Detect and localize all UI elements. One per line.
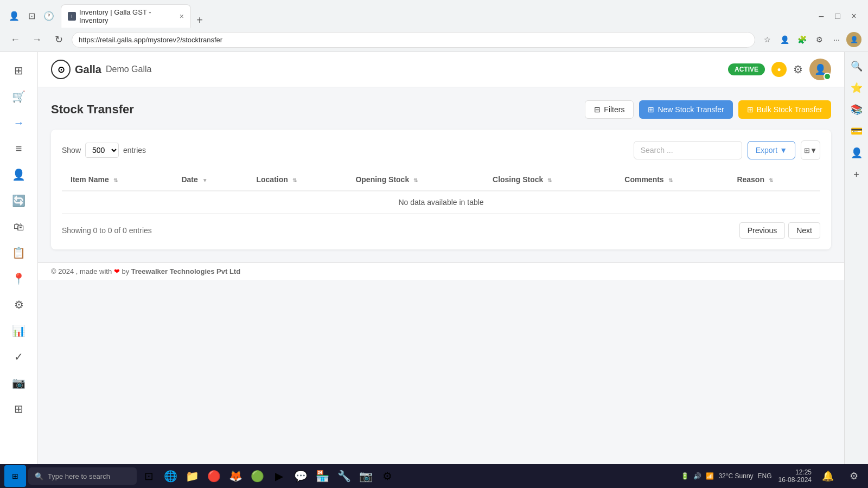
sidebar-item-camera[interactable]: 📷 [7, 371, 31, 395]
grid-view-button[interactable]: ⊞ ▼ [801, 140, 820, 160]
new-tab-button[interactable]: + [192, 12, 207, 28]
user-avatar[interactable]: 👤 [809, 59, 831, 80]
column-comments[interactable]: Comments ⇅ [616, 169, 728, 191]
right-wallet-icon[interactable]: 💳 [847, 121, 866, 141]
main-content: ⊙ Galla Demo Galla ACTIVE ● ⚙ 👤 Stock Tr… [38, 52, 844, 488]
entries-select[interactable]: 500 100 50 25 [85, 143, 119, 158]
column-reason-label: Reason [737, 175, 764, 184]
sidebar-item-location[interactable]: 📍 [7, 267, 31, 291]
search-input[interactable] [634, 141, 742, 159]
browser-chrome: 👤 ⊡ 🕐 I Inventory | Galla GST - Inventor… [0, 0, 868, 52]
right-sidebar: 🔍 ⭐ 📚 💳 👤 + [844, 52, 868, 488]
profile-button[interactable]: 👤 [7, 9, 22, 24]
right-favorites-icon[interactable]: ⭐ [847, 78, 866, 98]
taskbar-clock: 12:25 16-08-2024 [778, 468, 812, 484]
sidebar-item-catalog[interactable]: 📋 [7, 241, 31, 265]
footer-by: by [122, 267, 129, 275]
minimize-button[interactable]: – [814, 9, 829, 24]
taskbar-opera[interactable]: 🔴 [204, 466, 224, 486]
taskbar-youtube[interactable]: ▶ [269, 466, 289, 486]
sidebar-item-customer[interactable]: 👤 [7, 163, 31, 187]
sidebar-item-shopping[interactable]: 🛍 [7, 215, 31, 239]
table-card: Show 500 100 50 25 entries Export [51, 130, 831, 249]
active-tab[interactable]: I Inventory | Galla GST - Inventory × [61, 4, 191, 28]
column-date[interactable]: Date ▼ [173, 169, 247, 191]
filters-label: Filters [604, 105, 624, 114]
right-search-icon[interactable]: 🔍 [847, 56, 866, 76]
taskbar-firefox[interactable]: 🦊 [226, 466, 245, 486]
filters-button[interactable]: ⊟ Filters [585, 100, 634, 119]
sidebar-item-transfer[interactable]: → [7, 111, 31, 134]
header-right: ACTIVE ● ⚙ 👤 [728, 59, 831, 80]
taskbar-camera[interactable]: 📷 [356, 466, 375, 486]
taskbar-search-placeholder: Type here to search [48, 472, 110, 480]
reason-sort-icon: ⇅ [769, 177, 773, 183]
bookmark-button[interactable]: ☆ [760, 32, 775, 47]
taskbar-tools[interactable]: 🔧 [334, 466, 354, 486]
start-button[interactable]: ⊞ [4, 465, 26, 487]
extensions-button[interactable]: ⊡ [24, 9, 39, 24]
more-button[interactable]: ··· [829, 32, 844, 47]
browser-address-bar: ← → ↻ ☆ 👤 🧩 ⚙ ··· 👤 [0, 28, 868, 52]
extensions-icon-button[interactable]: 🧩 [794, 32, 809, 47]
address-bar-input[interactable] [72, 32, 755, 48]
taskbar-task-view[interactable]: ⊡ [139, 466, 158, 486]
tab-close-button[interactable]: × [180, 12, 184, 21]
previous-button[interactable]: Previous [739, 222, 785, 239]
export-button[interactable]: Export ▼ [748, 141, 795, 159]
column-comments-label: Comments [624, 175, 663, 184]
taskbar-store[interactable]: 🏪 [312, 466, 332, 486]
maximize-button[interactable]: □ [830, 9, 845, 24]
sidebar-item-menu[interactable]: ≡ [7, 137, 31, 160]
next-button[interactable]: Next [788, 222, 820, 239]
taskbar-explorer[interactable]: 📁 [182, 466, 202, 486]
settings-icon[interactable]: ⚙ [793, 63, 803, 76]
location-sort-icon: ⇅ [292, 177, 297, 183]
column-location[interactable]: Location ⇅ [247, 169, 347, 191]
filter-icon: ⊟ [594, 105, 601, 114]
taskbar-settings[interactable]: ⚙ [378, 466, 397, 486]
column-item-name[interactable]: Item Name ⇅ [62, 169, 173, 191]
notifications-button[interactable]: 🔔 [818, 466, 838, 486]
logo-text: Galla [75, 63, 101, 76]
column-opening-stock-label: Opening Stock [355, 175, 409, 184]
sidebar-item-dashboard[interactable]: ⊞ [7, 59, 31, 82]
sidebar-item-tasks[interactable]: ✓ [7, 345, 31, 369]
right-profile-icon[interactable]: 👤 [847, 143, 866, 163]
back-button[interactable]: ← [7, 31, 24, 48]
no-data-message: No data available in table [62, 191, 820, 214]
taskbar: ⊞ 🔍 Type here to search ⊡ 🌐 📁 🔴 🦊 🟢 ▶ 💬 … [0, 464, 868, 488]
close-button[interactable]: × [846, 9, 861, 24]
footer-copyright: © 2024 , made with [51, 267, 112, 275]
sidebar-item-returns[interactable]: 🔄 [7, 189, 31, 213]
refresh-button[interactable]: ↻ [50, 31, 67, 48]
sidebar-item-more[interactable]: ⊞ [7, 397, 31, 421]
taskbar-search[interactable]: 🔍 Type here to search [28, 467, 137, 485]
table-controls: Show 500 100 50 25 entries Export [62, 140, 820, 160]
column-location-label: Location [256, 175, 288, 184]
sidebar-item-settings[interactable]: ⚙ [7, 293, 31, 317]
profile-icon-button[interactable]: 👤 [777, 32, 792, 47]
right-collections-icon[interactable]: 📚 [847, 100, 866, 119]
taskbar-chrome[interactable]: 🟢 [247, 466, 267, 486]
bulk-stock-transfer-button[interactable]: ⊞ Bulk Stock Transfer [738, 100, 831, 119]
taskbar-settings-icon[interactable]: ⚙ [844, 466, 864, 486]
forward-button[interactable]: → [28, 31, 46, 48]
showing-info: Showing 0 to 0 of 0 entries [62, 226, 152, 235]
closing-stock-sort-icon: ⇅ [547, 177, 552, 183]
new-stock-transfer-label: New Stock Transfer [658, 105, 724, 114]
sidebar-item-reports[interactable]: 📊 [7, 319, 31, 343]
browser-window-controls: – □ × [814, 9, 861, 24]
tab-favicon: I [68, 12, 76, 21]
history-button[interactable]: 🕐 [41, 9, 56, 24]
taskbar-edge[interactable]: 🌐 [161, 466, 180, 486]
right-add-icon[interactable]: + [847, 165, 866, 184]
footer: © 2024 , made with ❤ by Treewalker Techn… [38, 262, 844, 280]
column-reason[interactable]: Reason ⇅ [728, 169, 820, 191]
taskbar-skype[interactable]: 💬 [291, 466, 310, 486]
settings-icon-button[interactable]: ⚙ [812, 32, 827, 47]
column-closing-stock[interactable]: Closing Stock ⇅ [484, 169, 616, 191]
column-opening-stock[interactable]: Opening Stock ⇅ [347, 169, 484, 191]
sidebar-item-orders[interactable]: 🛒 [7, 85, 31, 108]
new-stock-transfer-button[interactable]: ⊞ New Stock Transfer [639, 100, 732, 119]
